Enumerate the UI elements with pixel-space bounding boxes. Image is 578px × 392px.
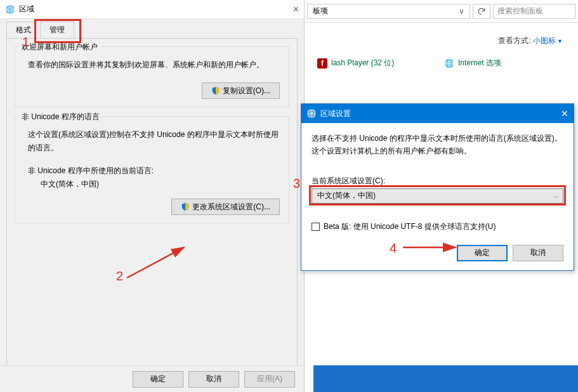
breadcrumb-chevron-icon[interactable]: ∨	[459, 7, 464, 16]
view-by-value[interactable]: 小图标	[533, 36, 556, 45]
region-title: 区域	[19, 4, 280, 15]
cp-item-flash[interactable]: f lash Player (32 位)	[317, 58, 444, 69]
welcome-group-desc: 查看你的国际设置并将其复制到欢迎屏幕、系统帐户和新的用户帐户。	[28, 58, 279, 71]
taskbar	[313, 365, 578, 392]
refresh-icon	[477, 7, 486, 16]
region-titlebar: 区域 ×	[0, 0, 304, 19]
cp-item-label: Internet 选项	[458, 58, 501, 69]
view-by-row: 查看方式: 小图标▼	[305, 23, 578, 51]
tab-manage[interactable]: 管理	[40, 22, 74, 38]
chevron-down-icon: ▼	[557, 38, 563, 44]
breadcrumb-bar[interactable]: 板项 ∨	[307, 4, 470, 19]
breadcrumb-text: 板项	[313, 6, 328, 16]
close-button[interactable]: ✕	[543, 108, 568, 119]
cp-item-internet[interactable]: Internet 选项	[444, 58, 571, 69]
globe-icon	[306, 108, 317, 119]
locale-dropdown-value: 中文(简体，中国)	[317, 190, 376, 201]
ok-button[interactable]: 确定	[133, 371, 183, 388]
apply-button[interactable]: 应用(A)	[244, 371, 295, 388]
region-dialog-buttons: 确定 取消 应用(A)	[0, 365, 304, 392]
cancel-button[interactable]: 取消	[188, 371, 239, 388]
shield-icon	[181, 202, 190, 211]
change-locale-label: 更改系统区域设置(C)...	[192, 202, 270, 212]
internet-icon	[444, 58, 454, 69]
svg-point-7	[307, 109, 316, 118]
tab-strip: 格式 管理	[0, 19, 304, 38]
cp-item-label: lash Player (32 位)	[331, 58, 394, 69]
flash-icon: f	[317, 58, 327, 69]
search-placeholder: 搜索控制面板	[497, 6, 543, 16]
utf8-checkbox[interactable]	[312, 223, 320, 231]
current-locale-value: 中文(简体，中国)	[41, 179, 279, 190]
region-dialog: 区域 × 格式 管理 欢迎屏幕和新用户帐户 查看你的国际设置并将其复制到欢迎屏幕…	[0, 0, 305, 392]
view-by-label: 查看方式:	[498, 36, 530, 45]
locale-titlebar: 区域设置 ✕	[301, 104, 574, 123]
unicode-group: 非 Unicode 程序的语言 这个设置(系统区域设置)控制在不支持 Unico…	[15, 116, 289, 223]
search-input[interactable]: 搜索控制面板	[493, 4, 575, 19]
locale-dropdown[interactable]: 中文(简体，中国) ⌵	[312, 188, 563, 204]
locale-desc: 选择在不支持 Unicode 的程序中显示文本时所使用的语言(系统区域设置)。这…	[312, 132, 563, 158]
chevron-down-icon: ⌵	[554, 192, 558, 199]
copy-settings-label: 复制设置(O)...	[223, 86, 270, 96]
locale-dialog-buttons: 确定 取消	[312, 245, 563, 261]
cancel-button[interactable]: 取消	[513, 245, 563, 261]
shield-icon	[211, 86, 220, 95]
welcome-group: 欢迎屏幕和新用户帐户 查看你的国际设置并将其复制到欢迎屏幕、系统帐户和新的用户帐…	[15, 46, 289, 107]
utf8-checkbox-label: Beta 版: 使用 Unicode UTF-8 提供全球语言支持(U)	[324, 221, 496, 232]
refresh-button[interactable]	[473, 4, 490, 19]
close-button[interactable]: ×	[280, 4, 299, 15]
ok-button[interactable]: 确定	[457, 245, 508, 261]
copy-settings-button[interactable]: 复制设置(O)...	[202, 82, 280, 99]
control-panel-items: f lash Player (32 位) Internet 选项	[305, 51, 578, 72]
utf8-checkbox-row[interactable]: Beta 版: 使用 Unicode UTF-8 提供全球语言支持(U)	[312, 221, 563, 232]
locale-body: 选择在不支持 Unicode 的程序中显示文本时所使用的语言(系统区域设置)。这…	[301, 123, 574, 270]
current-locale-label: 非 Unicode 程序中所使用的当前语言:	[28, 166, 279, 176]
welcome-group-title: 欢迎屏幕和新用户帐户	[19, 42, 100, 53]
globe-icon	[5, 4, 15, 15]
change-locale-button[interactable]: 更改系统区域设置(C)...	[171, 199, 280, 215]
locale-dialog: 区域设置 ✕ 选择在不支持 Unicode 的程序中显示文本时所使用的语言(系统…	[301, 103, 574, 271]
locale-dropdown-label: 当前系统区域设置(C):	[312, 176, 563, 186]
unicode-group-title: 非 Unicode 程序的语言	[19, 112, 102, 122]
locale-title: 区域设置	[320, 108, 543, 119]
unicode-group-desc: 这个设置(系统区域设置)控制在不支持 Unicode 的程序中显示文本时所使用的…	[28, 128, 279, 154]
tab-format[interactable]: 格式	[6, 22, 41, 38]
control-panel-toolbar: 板项 ∨ 搜索控制面板	[305, 0, 578, 23]
tab-body: 欢迎屏幕和新用户帐户 查看你的国际设置并将其复制到欢迎屏幕、系统帐户和新的用户帐…	[6, 38, 298, 378]
